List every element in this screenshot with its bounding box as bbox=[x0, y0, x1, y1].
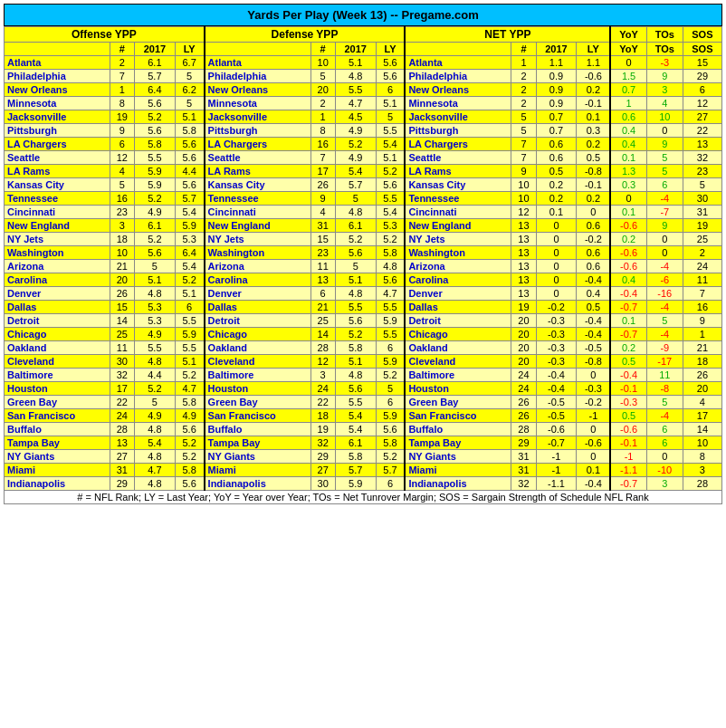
net-team[interactable]: Chicago bbox=[405, 328, 511, 341]
offense-team[interactable]: Houston bbox=[5, 382, 110, 396]
offense-team[interactable]: NY Jets bbox=[5, 233, 110, 246]
offense-team[interactable]: LA Chargers bbox=[5, 138, 110, 151]
defense-team[interactable]: Houston bbox=[205, 382, 310, 396]
offense-team[interactable]: Oakland bbox=[5, 341, 110, 355]
net-team[interactable]: Washington bbox=[405, 246, 511, 260]
offense-team[interactable]: Atlanta bbox=[5, 56, 110, 70]
offense-team[interactable]: Carolina bbox=[5, 273, 110, 287]
defense-team[interactable]: Jacksonville bbox=[205, 110, 310, 124]
net-team[interactable]: Detroit bbox=[405, 314, 511, 328]
net-team[interactable]: Green Bay bbox=[405, 396, 511, 409]
offense-team[interactable]: Chicago bbox=[5, 328, 110, 341]
offense-team[interactable]: San Francisco bbox=[5, 409, 110, 423]
net-team[interactable]: NY Giants bbox=[405, 450, 511, 464]
net-team[interactable]: Oakland bbox=[405, 341, 511, 355]
defense-team[interactable]: Tennessee bbox=[205, 192, 310, 206]
defense-team[interactable]: Minnesota bbox=[205, 97, 310, 110]
net-team[interactable]: NY Jets bbox=[405, 233, 511, 246]
offense-team[interactable]: LA Rams bbox=[5, 165, 110, 178]
offense-team[interactable]: Miami bbox=[5, 464, 110, 477]
defense-team[interactable]: Philadelphia bbox=[205, 70, 310, 83]
offense-team[interactable]: Tampa Bay bbox=[5, 436, 110, 450]
net-team[interactable]: San Francisco bbox=[405, 409, 511, 423]
offense-team[interactable]: New Orleans bbox=[5, 83, 110, 97]
defense-team[interactable]: Miami bbox=[205, 464, 310, 477]
defense-team[interactable]: Baltimore bbox=[205, 369, 310, 382]
net-team[interactable]: Cincinnati bbox=[405, 206, 511, 219]
net-team[interactable]: Kansas City bbox=[405, 178, 511, 192]
defense-team[interactable]: Atlanta bbox=[205, 56, 310, 70]
net-team[interactable]: Baltimore bbox=[405, 369, 511, 382]
offense-team[interactable]: Pittsburgh bbox=[5, 124, 110, 138]
net-team[interactable]: Pittsburgh bbox=[405, 124, 511, 138]
defense-team[interactable]: Denver bbox=[205, 287, 310, 301]
defense-team[interactable]: LA Chargers bbox=[205, 138, 310, 151]
offense-team[interactable]: Denver bbox=[5, 287, 110, 301]
defense-team[interactable]: Oakland bbox=[205, 341, 310, 355]
offense-team[interactable]: Buffalo bbox=[5, 423, 110, 436]
offense-team[interactable]: NY Giants bbox=[5, 450, 110, 464]
offense-team[interactable]: Cincinnati bbox=[5, 206, 110, 219]
defense-team[interactable]: Chicago bbox=[205, 328, 310, 341]
defense-team[interactable]: Seattle bbox=[205, 151, 310, 165]
net-team[interactable]: New England bbox=[405, 219, 511, 233]
offense-team[interactable]: Detroit bbox=[5, 314, 110, 328]
defense-rank: 2 bbox=[310, 97, 335, 110]
defense-team[interactable]: Arizona bbox=[205, 260, 310, 273]
offense-team[interactable]: Philadelphia bbox=[5, 70, 110, 83]
defense-team[interactable]: Buffalo bbox=[205, 423, 310, 436]
net-header: NET YPP bbox=[405, 27, 610, 43]
defense-team[interactable]: San Francisco bbox=[205, 409, 310, 423]
defense-team[interactable]: Cleveland bbox=[205, 355, 310, 369]
defense-team[interactable]: New England bbox=[205, 219, 310, 233]
net-team[interactable]: Tampa Bay bbox=[405, 436, 511, 450]
offense-team[interactable]: Seattle bbox=[5, 151, 110, 165]
net-team[interactable]: Houston bbox=[405, 382, 511, 396]
net-team[interactable]: Minnesota bbox=[405, 97, 511, 110]
defense-team[interactable]: LA Rams bbox=[205, 165, 310, 178]
offense-team[interactable]: Kansas City bbox=[5, 178, 110, 192]
defense-team[interactable]: NY Giants bbox=[205, 450, 310, 464]
net-team[interactable]: Denver bbox=[405, 287, 511, 301]
offense-team[interactable]: Green Bay bbox=[5, 396, 110, 409]
defense-team[interactable]: Indianapolis bbox=[205, 477, 310, 491]
net-team[interactable]: Cleveland bbox=[405, 355, 511, 369]
defense-team[interactable]: Washington bbox=[205, 246, 310, 260]
defense-team[interactable]: Kansas City bbox=[205, 178, 310, 192]
offense-team[interactable]: Indianapolis bbox=[5, 477, 110, 491]
net-team[interactable]: New Orleans bbox=[405, 83, 511, 97]
net-2017: 1.1 bbox=[536, 56, 577, 70]
net-team[interactable]: Jacksonville bbox=[405, 110, 511, 124]
net-team[interactable]: LA Rams bbox=[405, 165, 511, 178]
net-rank: 24 bbox=[511, 369, 536, 382]
defense-team[interactable]: Cincinnati bbox=[205, 206, 310, 219]
defense-team[interactable]: Carolina bbox=[205, 273, 310, 287]
offense-team[interactable]: Arizona bbox=[5, 260, 110, 273]
offense-team[interactable]: Baltimore bbox=[5, 369, 110, 382]
net-team[interactable]: Philadelphia bbox=[405, 70, 511, 83]
net-team[interactable]: Dallas bbox=[405, 301, 511, 314]
net-team[interactable]: LA Chargers bbox=[405, 138, 511, 151]
offense-team[interactable]: New England bbox=[5, 219, 110, 233]
net-team[interactable]: Tennessee bbox=[405, 192, 511, 206]
offense-team[interactable]: Cleveland bbox=[5, 355, 110, 369]
net-team[interactable]: Indianapolis bbox=[405, 477, 511, 491]
defense-team[interactable]: Pittsburgh bbox=[205, 124, 310, 138]
offense-team[interactable]: Jacksonville bbox=[5, 110, 110, 124]
defense-team[interactable]: Green Bay bbox=[205, 396, 310, 409]
offense-team[interactable]: Tennessee bbox=[5, 192, 110, 206]
offense-team[interactable]: Dallas bbox=[5, 301, 110, 314]
offense-team[interactable]: Minnesota bbox=[5, 97, 110, 110]
defense-team[interactable]: NY Jets bbox=[205, 233, 310, 246]
defense-team[interactable]: Detroit bbox=[205, 314, 310, 328]
defense-team[interactable]: New Orleans bbox=[205, 83, 310, 97]
net-team[interactable]: Seattle bbox=[405, 151, 511, 165]
net-team[interactable]: Buffalo bbox=[405, 423, 511, 436]
net-team[interactable]: Miami bbox=[405, 464, 511, 477]
net-team[interactable]: Atlanta bbox=[405, 56, 511, 70]
defense-team[interactable]: Dallas bbox=[205, 301, 310, 314]
net-team[interactable]: Carolina bbox=[405, 273, 511, 287]
offense-team[interactable]: Washington bbox=[5, 246, 110, 260]
net-team[interactable]: Arizona bbox=[405, 260, 511, 273]
defense-team[interactable]: Tampa Bay bbox=[205, 436, 310, 450]
